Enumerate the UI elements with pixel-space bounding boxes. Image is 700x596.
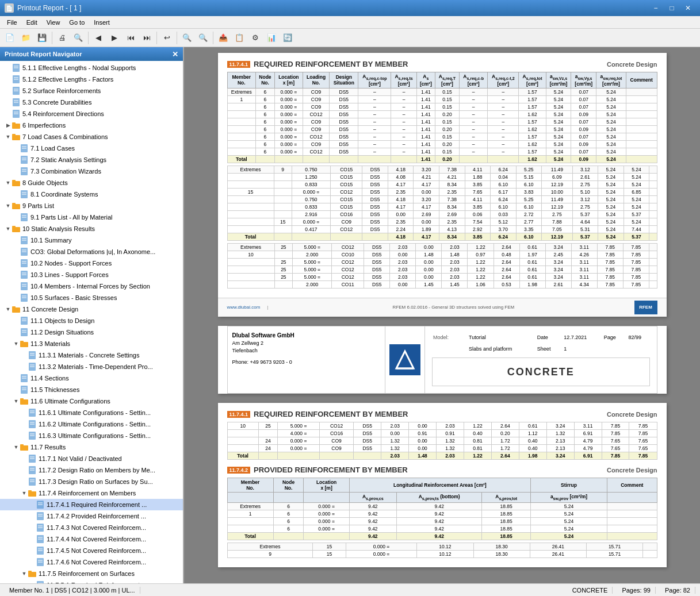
tree-item[interactable]: 11.6.2 Ultimate Configurations - Settin.… — [0, 418, 183, 430]
rotate-button[interactable]: ↩ — [159, 30, 174, 45]
table-cell: CO11 — [332, 280, 364, 288]
tree-item[interactable]: ▼9 Parts List — [0, 200, 183, 212]
tree-item[interactable]: 10.2 Nodes - Support Forces — [0, 257, 183, 269]
tree-item[interactable]: 9.1 Parts List - All by Material — [0, 212, 183, 223]
tree-item[interactable]: 5.4 Reinforcement Directions — [0, 108, 183, 120]
tree-item[interactable]: ▼11.3 Materials — [0, 338, 183, 349]
tree-item[interactable]: 11.7.4.4 Not Covered Reinforcem... — [0, 533, 183, 545]
tree-item-icon — [12, 305, 21, 314]
menu-insert[interactable]: Insert — [89, 18, 114, 27]
tree-item[interactable]: 11.7.4.5 Not Covered Reinforcem... — [0, 545, 183, 556]
tree-item[interactable]: 11.7.4.6 Not Covered Reinforcem... — [0, 556, 183, 568]
tree-item-icon — [20, 259, 29, 268]
menu-view[interactable]: View — [42, 18, 65, 27]
close-button[interactable]: ✕ — [680, 2, 695, 14]
tree-item[interactable]: 5.2 Surface Reinforcements — [0, 85, 183, 97]
tree-item[interactable]: 11.2 Design Situations — [0, 326, 183, 338]
table-cell: 2.35 — [388, 218, 414, 225]
tree-item[interactable]: ▼11.7 Results — [0, 441, 183, 453]
settings-button[interactable]: ⚙ — [248, 30, 263, 45]
tree-item[interactable]: 11.4 Sections — [0, 372, 183, 384]
tree-item-label: 5.3 Concrete Durabilities — [22, 99, 91, 106]
reinforcement-table-3: Extremes255.000 =CO12DS52.030.002.031.22… — [227, 243, 657, 289]
tree-item[interactable]: 11.3.1 Materials - Concrete Settings — [0, 349, 183, 361]
tree-item[interactable]: 11.7.4.1 Required Reinforcement ... — [0, 499, 183, 510]
tree-item[interactable]: 8.1 Coordinate Systems — [0, 189, 183, 200]
table-cell: 5.25 — [516, 166, 542, 173]
minimize-button[interactable]: − — [648, 2, 663, 14]
tree-item[interactable]: 11.6.1 Ultimate Configurations - Settin.… — [0, 407, 183, 418]
tree-item[interactable]: ▼10 Static Analysis Results — [0, 223, 183, 234]
tree-item[interactable]: 7.1 Load Cases — [0, 143, 183, 154]
tree-item[interactable]: 10.3 Lines - Support Forces — [0, 269, 183, 280]
preview-button[interactable]: 🔍 — [71, 30, 86, 45]
export2-button[interactable]: 📋 — [232, 30, 247, 45]
maximize-button[interactable]: □ — [664, 2, 679, 14]
content-area[interactable]: 11.7.4.1 REQUIRED REINFORCEMENT BY MEMBE… — [184, 47, 700, 583]
tree-item[interactable]: 11.7.1 Not Valid / Deactivated — [0, 453, 183, 464]
print-button[interactable]: 🖨 — [55, 30, 70, 45]
tree-item[interactable]: ▶6 Imperfections — [0, 120, 183, 131]
table-cell — [649, 166, 657, 173]
table-cell: 2.45 — [545, 251, 571, 258]
table-cell: 2.69 — [439, 210, 465, 218]
nav-close-button[interactable]: ✕ — [172, 50, 178, 59]
table-row: 0.833CO15DS54.174.178.343.856.106.1012.1… — [227, 180, 657, 188]
nav-prev-button[interactable]: ◀ — [91, 30, 106, 45]
tree-item[interactable]: 11.1 Objects to Design — [0, 315, 183, 326]
menu-goto[interactable]: Go to — [64, 18, 89, 27]
table-cell: 4.79 — [574, 445, 602, 452]
tree-item[interactable]: ▼7 Load Cases & Combinations — [0, 131, 183, 143]
tree-item[interactable]: 10.1 Summary — [0, 234, 183, 246]
tree-item[interactable]: 5.1.2 Effective Lengths - Factors — [0, 74, 183, 85]
new-button[interactable]: 📄 — [2, 30, 17, 45]
tree-item[interactable]: 11.6.3 Ultimate Configurations - Settin.… — [0, 430, 183, 441]
tree-item[interactable]: 11.5 Thicknesses — [0, 384, 183, 395]
tree-item[interactable]: ▼11.7.5 Reinforcement on Surfaces — [0, 568, 183, 579]
table-cell: 4.26 — [571, 251, 597, 258]
refresh-button[interactable]: 🔄 — [280, 30, 295, 45]
svg-rect-92 — [20, 444, 24, 446]
p2-subh-ts: As,prov,ts (bottom) — [396, 493, 482, 503]
tree-item[interactable]: 11.7.5.1 Required Reinforcement ... — [0, 579, 183, 583]
options-button[interactable]: 📊 — [264, 30, 279, 45]
menu-edit[interactable]: Edit — [22, 18, 42, 27]
table-cell: 6 — [273, 525, 304, 533]
tree-item[interactable]: 7.2 Static Analysis Settings — [0, 154, 183, 166]
table-cell: 5.24 — [624, 180, 649, 188]
open-button[interactable]: 📁 — [18, 30, 33, 45]
nav-first-button[interactable]: ⏮ — [123, 30, 138, 45]
tree-item[interactable]: 11.7.2 Design Ratio on Members by Me... — [0, 464, 183, 476]
table-cell: 1.41 — [416, 103, 435, 110]
tree-item[interactable]: 5.3 Concrete Durabilities — [0, 97, 183, 108]
table-cell: 4.17 — [414, 180, 439, 188]
tree-item[interactable]: ▼11 Concrete Design — [0, 303, 183, 315]
table-cell — [649, 203, 657, 210]
nav-next-button[interactable]: ▶ — [107, 30, 122, 45]
nav-tree[interactable]: 5.1.1 Effective Lengths - Nodal Supports… — [0, 61, 183, 583]
tree-item[interactable]: 5.1.1 Effective Lengths - Nodal Supports — [0, 62, 183, 74]
save-button[interactable]: 💾 — [35, 30, 49, 45]
tree-item[interactable]: ▼11.6 Ultimate Configurations — [0, 395, 183, 407]
tree-item[interactable]: CO3: Global Deformations |u|, In Axonome… — [0, 246, 183, 257]
tree-item[interactable]: 7.3 Combination Wizards — [0, 166, 183, 177]
tree-item[interactable]: 10.5 Surfaces - Basic Stresses — [0, 292, 183, 303]
menu-file[interactable]: File — [2, 18, 22, 27]
concrete-badge: CONCRETE — [432, 357, 649, 386]
table-cell: 3.12 — [572, 166, 598, 173]
table-cell: 7.65 — [602, 437, 629, 445]
table-cell: 5.25 — [516, 195, 542, 203]
tree-item[interactable]: ▼11.7.4 Reinforcement on Members — [0, 487, 183, 499]
zoom-out-button[interactable]: 🔍 — [179, 30, 194, 45]
table-cell — [227, 110, 256, 118]
tree-item[interactable]: 11.3.2 Materials - Time-Dependent Pro... — [0, 361, 183, 372]
tree-item[interactable]: ▼8 Guide Objects — [0, 177, 183, 189]
tree-item[interactable]: 11.7.3 Design Ratio on Surfaces by Su... — [0, 476, 183, 487]
tree-item-label: 11.3.2 Materials - Time-Dependent Pro... — [39, 363, 153, 370]
zoom-in-button[interactable]: 🔍 — [196, 30, 211, 45]
tree-item[interactable]: 11.7.4.3 Not Covered Reinforcem... — [0, 522, 183, 533]
export-button[interactable]: 📤 — [216, 30, 231, 45]
nav-last-button[interactable]: ⏭ — [139, 30, 154, 45]
tree-item[interactable]: 11.7.4.2 Provided Reinforcement ... — [0, 510, 183, 522]
tree-item[interactable]: 10.4 Members - Internal Forces by Sectio… — [0, 280, 183, 292]
